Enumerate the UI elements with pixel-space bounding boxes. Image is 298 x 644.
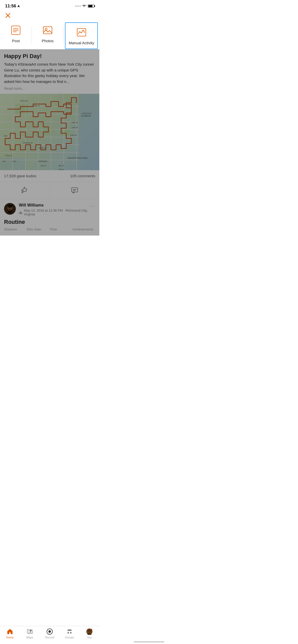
more-options-button[interactable]: ···: [89, 203, 95, 209]
tab-manual-activity[interactable]: Manual Activity: [65, 22, 98, 49]
svg-text:803: 803: [4, 135, 7, 137]
svg-point-53: [9, 208, 9, 208]
action-row: [0, 182, 99, 199]
comment-icon: [71, 186, 78, 194]
read-more[interactable]: Read more...: [4, 86, 95, 91]
battery-icon: [88, 5, 94, 8]
svg-text:10th St: 10th St: [33, 105, 40, 107]
activity-date: May 13, 2018 at 12:36 PM · Richmond City…: [24, 209, 89, 216]
status-time: 11:56: [5, 4, 20, 9]
activity-card: Will Williams May 13, 2018 at 12:36 PM ·…: [0, 199, 99, 236]
status-icons: [75, 5, 94, 8]
svg-text:Ferry St: Ferry St: [5, 154, 12, 157]
cycling-icon: [19, 210, 22, 214]
avatar: [4, 203, 16, 215]
stat-label-achievements: Achievements: [73, 227, 96, 231]
post-icon: [10, 25, 21, 37]
status-bar: 11:56: [0, 0, 99, 10]
close-button-container: [0, 10, 99, 21]
svg-point-58: [20, 211, 21, 212]
svg-text:13th St: 13th St: [71, 126, 78, 129]
photos-icon: [42, 25, 53, 37]
svg-text:8th St: 8th St: [59, 165, 64, 167]
svg-rect-13: [61, 129, 70, 136]
svg-text:South St: South St: [38, 147, 46, 149]
svg-text:603: 603: [13, 160, 16, 163]
svg-text:10th St: 10th St: [70, 134, 77, 136]
activity-title: Routine: [4, 219, 95, 225]
map-streets: LINCOLN HARBOR 15th St 13th St 10th St 8…: [0, 94, 99, 170]
tab-photos[interactable]: Photos: [32, 21, 64, 49]
svg-text:Maxwell Place Beac: Maxwell Place Beac: [67, 157, 88, 159]
svg-text:5th St: 5th St: [41, 165, 46, 167]
navigation-icon: [17, 5, 20, 8]
feed-content: Happy Pi Day! Today's #StravaArt comes f…: [0, 49, 99, 236]
svg-text:LINCOLN: LINCOLN: [82, 112, 91, 115]
feed-description: Today's #StravaArt comes from New York C…: [4, 62, 95, 84]
activity-header: Will Williams May 13, 2018 at 12:36 PM ·…: [4, 203, 95, 216]
svg-rect-7: [43, 27, 52, 34]
signal-dots-icon: [75, 6, 81, 7]
svg-text:Charles St: Charles St: [23, 142, 33, 144]
stat-label-distance: Distance: [4, 227, 27, 231]
map-area: LINCOLN HARBOR 15th St 13th St 10th St 8…: [0, 94, 99, 170]
tab-post[interactable]: Post: [0, 21, 32, 49]
close-icon[interactable]: [5, 13, 11, 18]
feed-title: Happy Pi Day!: [4, 53, 95, 60]
svg-point-52: [7, 204, 12, 208]
tab-post-label: Post: [12, 39, 20, 43]
svg-text:HARBOR: HARBOR: [81, 115, 91, 117]
comments-count: 105 comments: [70, 174, 95, 178]
activity-stats-labels: Distance Elev Gain Time Achievements: [4, 227, 95, 231]
svg-text:501: 501: [3, 160, 6, 163]
wifi-icon: [82, 5, 86, 8]
top-tab-bar: Post Photos Manual Activity: [0, 21, 99, 49]
svg-text:3rd St: 3rd St: [59, 168, 64, 170]
feed-text-block: Happy Pi Day! Today's #StravaArt comes f…: [0, 49, 99, 94]
thumbs-up-icon: [21, 186, 29, 194]
tab-photos-label: Photos: [42, 39, 54, 43]
stat-label-time: Time: [50, 227, 73, 231]
svg-marker-0: [17, 5, 20, 7]
comment-button[interactable]: [50, 182, 100, 199]
svg-text:15th St: 15th St: [71, 121, 78, 124]
kudos-count: 17,928 gave kudos: [4, 174, 36, 178]
map-background: LINCOLN HARBOR 15th St 13th St 10th St 8…: [0, 94, 99, 170]
activity-icon: [76, 27, 87, 39]
svg-point-55: [10, 208, 10, 209]
kudos-button[interactable]: [0, 182, 50, 199]
user-name: Will Williams: [19, 203, 89, 208]
stat-label-elev: Elev Gain: [27, 227, 50, 231]
stats-row: 17,928 gave kudos 105 comments: [0, 170, 99, 182]
tab-manual-activity-label: Manual Activity: [69, 41, 94, 45]
time-display: 11:56: [5, 4, 16, 9]
svg-rect-47: [72, 188, 78, 192]
activity-meta: May 13, 2018 at 12:36 PM · Richmond City…: [19, 209, 89, 216]
svg-text:Dell Ave: Dell Ave: [20, 100, 28, 102]
svg-point-54: [11, 208, 11, 208]
user-info: Will Williams May 13, 2018 at 12:36 PM ·…: [19, 203, 89, 216]
svg-text:Hoboken: Hoboken: [38, 160, 47, 163]
